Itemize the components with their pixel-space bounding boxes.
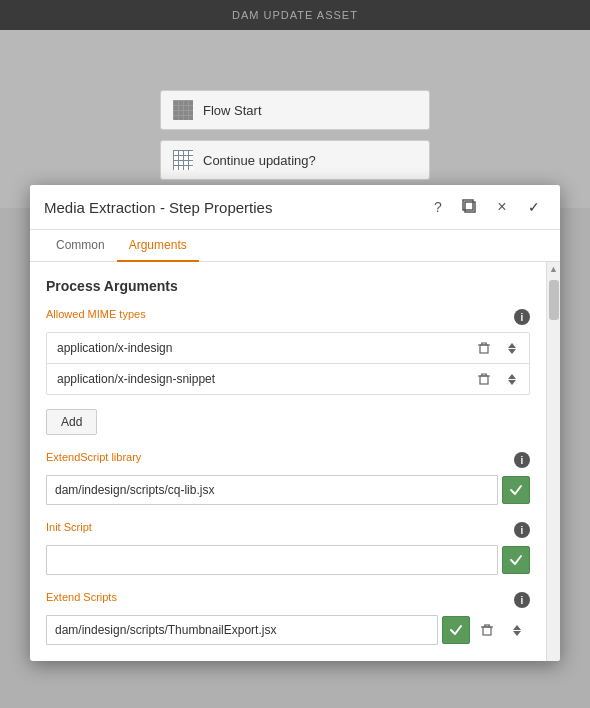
trash-icon-0: [477, 341, 491, 355]
svg-rect-12: [483, 627, 491, 635]
mime-actions-1: [467, 366, 529, 392]
svg-rect-7: [480, 376, 488, 384]
init-script-field-row: [46, 545, 530, 575]
tab-bar: Common Arguments: [30, 230, 560, 262]
clone-icon: [462, 199, 478, 215]
mime-types-info-icon[interactable]: i: [514, 309, 530, 325]
scrollbar-track: ▲: [546, 262, 560, 661]
extend-scripts-label: Extend Scripts: [46, 591, 117, 603]
init-script-info-icon[interactable]: i: [514, 522, 530, 538]
flow-start-label: Flow Start: [203, 103, 262, 118]
extendscript-checkbox[interactable]: [502, 476, 530, 504]
extend-scripts-input[interactable]: [46, 615, 438, 645]
mime-types-section: Allowed MIME types i: [46, 308, 530, 435]
init-script-input[interactable]: [46, 545, 498, 575]
flow-start-node[interactable]: Flow Start: [160, 90, 430, 130]
extend-scripts-field-row: [46, 615, 530, 645]
sort-icon-1: [508, 374, 516, 385]
init-script-label: Init Script: [46, 521, 92, 533]
modal-header: Media Extraction - Step Properties ? × ✓: [30, 185, 560, 230]
check-icon-3: [449, 623, 463, 637]
extendscript-field-row: [46, 475, 530, 505]
extend-scripts-sort[interactable]: [504, 617, 530, 643]
init-script-section: Init Script i: [46, 521, 530, 575]
mime-types-label: Allowed MIME types: [46, 308, 146, 320]
trash-icon-1: [477, 372, 491, 386]
init-script-header: Init Script i: [46, 521, 530, 539]
extend-scripts-header: Extend Scripts i: [46, 591, 530, 609]
scrollbar-thumb[interactable]: [549, 280, 559, 320]
confirm-button[interactable]: ✓: [522, 195, 546, 219]
modal-title: Media Extraction - Step Properties: [44, 199, 418, 216]
continue-updating-label: Continue updating?: [203, 153, 316, 168]
mime-input-0[interactable]: [47, 333, 467, 363]
mime-sort-1[interactable]: [499, 366, 525, 392]
extend-scripts-section: Extend Scripts i: [46, 591, 530, 645]
check-icon: [509, 483, 523, 497]
help-icon: ?: [434, 199, 442, 215]
mime-types-list: [46, 332, 530, 395]
clone-button[interactable]: [458, 195, 482, 219]
mime-actions-0: [467, 335, 529, 361]
extendscript-input[interactable]: [46, 475, 498, 505]
trash-icon-extend: [480, 623, 494, 637]
extendscript-info-icon[interactable]: i: [514, 452, 530, 468]
mime-add-button[interactable]: Add: [46, 409, 97, 435]
modal-body: Process Arguments Allowed MIME types i: [30, 262, 560, 661]
continue-icon: [173, 150, 193, 170]
mime-item-0: [47, 333, 529, 364]
mime-types-header: Allowed MIME types i: [46, 308, 530, 326]
help-button[interactable]: ?: [426, 195, 450, 219]
extendscript-section: ExtendScript library i: [46, 451, 530, 505]
grid-pattern-icon-2: [174, 151, 193, 170]
flow-start-icon: [173, 100, 193, 120]
grid-pattern-icon: [174, 101, 193, 120]
mime-delete-1[interactable]: [471, 366, 497, 392]
canvas-area: Flow Start Continue updating?: [0, 30, 590, 208]
extend-scripts-delete[interactable]: [474, 617, 500, 643]
tab-common[interactable]: Common: [44, 230, 117, 262]
extendscript-label: ExtendScript library: [46, 451, 141, 463]
top-bar: DAM UPDATE ASSET: [0, 0, 590, 30]
section-title: Process Arguments: [46, 278, 530, 294]
continue-updating-node[interactable]: Continue updating?: [160, 140, 430, 180]
mime-delete-0[interactable]: [471, 335, 497, 361]
mime-sort-0[interactable]: [499, 335, 525, 361]
extend-scripts-checkbox[interactable]: [442, 616, 470, 644]
init-script-checkbox[interactable]: [502, 546, 530, 574]
check-icon-2: [509, 553, 523, 567]
modal-scroll-content: Process Arguments Allowed MIME types i: [30, 262, 546, 661]
mime-item-1: [47, 364, 529, 394]
sort-icon-extend: [513, 625, 521, 636]
top-bar-title: DAM UPDATE ASSET: [232, 9, 358, 21]
svg-rect-2: [480, 345, 488, 353]
scroll-up-arrow[interactable]: ▲: [547, 262, 561, 276]
confirm-icon: ✓: [528, 199, 540, 215]
extendscript-header: ExtendScript library i: [46, 451, 530, 469]
sort-icon-0: [508, 343, 516, 354]
mime-input-1[interactable]: [47, 364, 467, 394]
close-button[interactable]: ×: [490, 195, 514, 219]
modal-dialog: Media Extraction - Step Properties ? × ✓…: [30, 185, 560, 661]
close-icon: ×: [497, 198, 506, 216]
tab-arguments[interactable]: Arguments: [117, 230, 199, 262]
extend-scripts-info-icon[interactable]: i: [514, 592, 530, 608]
